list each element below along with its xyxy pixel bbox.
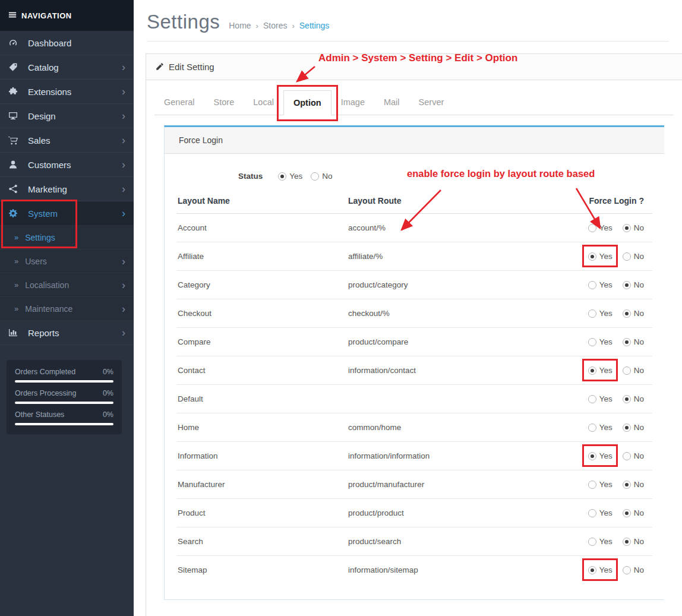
radio-label: Yes bbox=[599, 222, 612, 233]
stat-label: Orders Processing bbox=[15, 389, 77, 397]
force-login-no-radio[interactable]: No bbox=[623, 450, 644, 462]
force-login-no-radio[interactable]: No bbox=[623, 336, 644, 348]
stat-progress-bar bbox=[15, 423, 113, 425]
layout-route-cell: product/product bbox=[348, 507, 536, 519]
tab-general[interactable]: General bbox=[154, 90, 204, 115]
sidebar-item-label: System bbox=[28, 209, 58, 219]
force-login-no-radio[interactable]: No bbox=[623, 422, 644, 433]
sidebar-item-design[interactable]: Design› bbox=[0, 104, 134, 128]
layout-name-cell: Home bbox=[176, 422, 348, 433]
sidebar-item-customers[interactable]: Customers› bbox=[0, 153, 134, 177]
double-chevron-icon: » bbox=[14, 257, 18, 266]
sidebar-subitem-localisation[interactable]: »Localisation› bbox=[0, 273, 134, 297]
radio-circle-icon bbox=[588, 338, 596, 346]
sidebar-item-dashboard[interactable]: Dashboard bbox=[0, 31, 134, 55]
force-login-no-radio[interactable]: No bbox=[623, 365, 644, 376]
radio-label: Yes bbox=[599, 507, 612, 519]
force-login-no-radio[interactable]: No bbox=[623, 564, 644, 576]
force-login-no-radio[interactable]: No bbox=[623, 251, 644, 262]
stat-progress-bar bbox=[15, 402, 113, 404]
layout-name-cell: Sitemap bbox=[176, 564, 348, 576]
page-title: Settings bbox=[147, 11, 220, 33]
sidebar-header[interactable]: NAVIGATION bbox=[0, 0, 134, 31]
radio-label: No bbox=[634, 222, 644, 233]
sidebar-subitem-users[interactable]: »Users› bbox=[0, 249, 134, 273]
stat-label: Other Statuses bbox=[15, 410, 64, 419]
force-login-yes-radio[interactable]: Yes bbox=[588, 365, 612, 376]
force-login-no-radio[interactable]: No bbox=[623, 222, 644, 233]
sidebar-subitem-maintenance[interactable]: »Maintenance› bbox=[0, 297, 134, 321]
force-login-yes-radio[interactable]: Yes bbox=[588, 450, 612, 462]
radio-circle-icon bbox=[623, 481, 631, 489]
radio-circle-icon bbox=[588, 281, 596, 289]
edit-setting-heading: Edit Setting bbox=[146, 54, 682, 80]
layout-route-cell: information/information bbox=[348, 450, 536, 462]
radio-circle-icon bbox=[623, 281, 631, 289]
force-login-heading: Force Login bbox=[165, 127, 664, 154]
breadcrumb-item-home[interactable]: Home bbox=[229, 21, 251, 30]
tab-server[interactable]: Server bbox=[409, 90, 454, 115]
force-login-no-radio[interactable]: No bbox=[623, 479, 644, 490]
radio-label: No bbox=[634, 308, 644, 319]
nav-title: NAVIGATION bbox=[21, 11, 72, 20]
table-row: Manufacturerproduct/manufacturerYesNo bbox=[176, 470, 652, 499]
radio-label: No bbox=[634, 479, 644, 490]
force-login-yes-radio[interactable]: Yes bbox=[588, 222, 612, 233]
force-login-no-radio[interactable]: No bbox=[623, 308, 644, 319]
sidebar-item-extensions[interactable]: Extensions› bbox=[0, 80, 134, 104]
force-login-yes-radio[interactable]: Yes bbox=[588, 279, 612, 290]
tab-mail[interactable]: Mail bbox=[374, 90, 409, 115]
force-login-yes-radio[interactable]: Yes bbox=[588, 564, 612, 576]
radio-circle-icon bbox=[623, 367, 631, 375]
radio-label: Yes bbox=[599, 422, 612, 433]
tab-image[interactable]: Image bbox=[331, 90, 374, 115]
layout-route-cell: information/contact bbox=[348, 365, 536, 376]
table-header-row: Layout Name Layout Route Force Login ? bbox=[176, 188, 652, 214]
sidebar-item-catalog[interactable]: Catalog› bbox=[0, 55, 134, 80]
force-login-no-radio[interactable]: No bbox=[623, 536, 644, 547]
tab-store[interactable]: Store bbox=[204, 90, 244, 115]
sidebar-item-system[interactable]: System› bbox=[0, 201, 134, 226]
chevron-right-icon: › bbox=[122, 62, 125, 72]
force-login-no-radio[interactable]: No bbox=[623, 279, 644, 290]
tab-option[interactable]: Option bbox=[283, 90, 331, 115]
table-row: Productproduct/productYesNo bbox=[176, 499, 652, 527]
table-row: Homecommon/homeYesNo bbox=[176, 413, 652, 442]
sidebar-item-sales[interactable]: Sales› bbox=[0, 128, 134, 153]
layout-route-cell: information/sitemap bbox=[348, 564, 536, 576]
header-divider bbox=[147, 41, 669, 42]
menu-icon bbox=[8, 11, 17, 21]
status-yes-radio[interactable]: Yes bbox=[278, 172, 302, 181]
status-no-radio[interactable]: No bbox=[311, 172, 332, 181]
chevron-right-icon: › bbox=[122, 304, 125, 314]
sidebar-item-reports[interactable]: Reports› bbox=[0, 321, 134, 345]
force-login-yes-radio[interactable]: Yes bbox=[588, 536, 612, 547]
sidebar-item-label: Customers bbox=[28, 160, 71, 170]
force-login-yes-radio[interactable]: Yes bbox=[588, 479, 612, 490]
radio-circle-icon bbox=[588, 566, 596, 574]
radio-circle-icon bbox=[623, 338, 631, 346]
stat-label: Orders Completed bbox=[15, 368, 75, 376]
breadcrumb-item-settings[interactable]: Settings bbox=[299, 21, 330, 30]
layout-name-cell: Affiliate bbox=[176, 251, 348, 262]
sidebar-item-label: Design bbox=[28, 111, 56, 121]
tab-local[interactable]: Local bbox=[244, 90, 283, 115]
breadcrumb-separator-icon: › bbox=[256, 21, 258, 30]
breadcrumb-item-stores[interactable]: Stores bbox=[263, 21, 287, 30]
force-login-no-radio[interactable]: No bbox=[623, 393, 644, 405]
radio-circle-icon bbox=[623, 566, 631, 574]
force-login-yes-radio[interactable]: Yes bbox=[588, 336, 612, 348]
sidebar-item-marketing[interactable]: Marketing› bbox=[0, 177, 134, 201]
force-login-cell: YesNo bbox=[536, 251, 652, 262]
force-login-yes-radio[interactable]: Yes bbox=[588, 308, 612, 319]
table-row: Compareproduct/compareYesNo bbox=[176, 328, 652, 356]
stat-value: 0% bbox=[103, 368, 113, 376]
table-row: Affiliateaffiliate/%YesNo bbox=[176, 242, 652, 271]
force-login-no-radio[interactable]: No bbox=[623, 507, 644, 519]
sidebar-subitem-settings[interactable]: »Settings bbox=[0, 226, 134, 249]
force-login-yes-radio[interactable]: Yes bbox=[588, 393, 612, 405]
layout-name-cell: Compare bbox=[176, 336, 348, 348]
force-login-yes-radio[interactable]: Yes bbox=[588, 507, 612, 519]
force-login-yes-radio[interactable]: Yes bbox=[588, 251, 612, 262]
force-login-yes-radio[interactable]: Yes bbox=[588, 422, 612, 433]
